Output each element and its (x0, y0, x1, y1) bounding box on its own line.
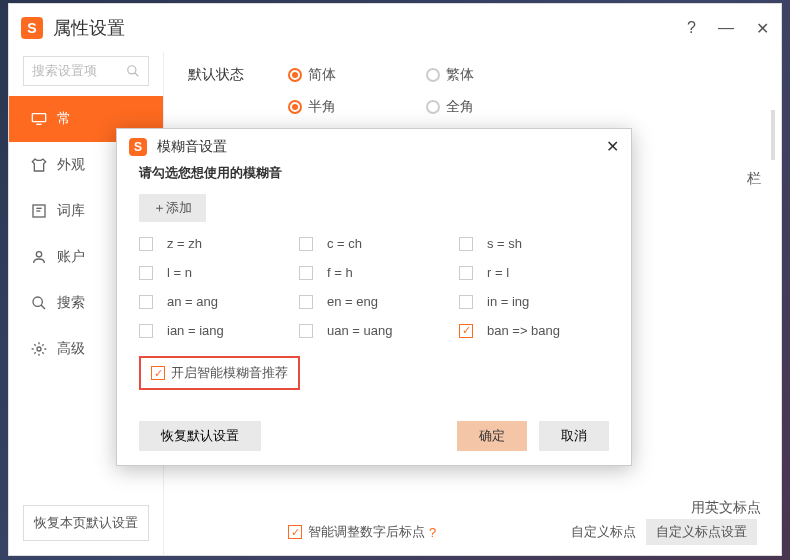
fuzzy-item-label: c = ch (327, 236, 362, 251)
fuzzy-item[interactable]: uan = uang (299, 323, 449, 338)
fuzzy-item[interactable]: ✓ban => bang (459, 323, 609, 338)
app-logo-icon: S (129, 138, 147, 156)
fuzzy-item[interactable]: ian = iang (139, 323, 289, 338)
checkbox-icon: ✓ (459, 324, 473, 338)
fuzzy-item[interactable]: r = l (459, 265, 609, 280)
checkbox-icon (459, 295, 473, 309)
fuzzy-item-label: ban => bang (487, 323, 560, 338)
fuzzy-item[interactable]: s = sh (459, 236, 609, 251)
monitor-icon (31, 111, 47, 127)
smart-recommend-label: 开启智能模糊音推荐 (171, 364, 288, 382)
sidebar-item-label: 高级 (57, 340, 85, 358)
fuzzy-item[interactable]: an = ang (139, 294, 289, 309)
titlebar: S 属性设置 ? — ✕ (9, 4, 781, 52)
checkbox-icon (139, 266, 153, 280)
language-bar-suffix: 栏 (747, 170, 761, 188)
fuzzy-item[interactable]: z = zh (139, 236, 289, 251)
svg-point-7 (36, 252, 41, 257)
help-icon[interactable]: ? (429, 525, 436, 540)
dialog-instruction: 请勾选您想使用的模糊音 (139, 164, 609, 182)
restore-page-defaults-button[interactable]: 恢复本页默认设置 (23, 505, 149, 541)
radio-traditional[interactable]: 繁体 (426, 66, 474, 84)
radio-fullwidth[interactable]: 全角 (426, 98, 474, 116)
svg-point-10 (37, 347, 41, 351)
checkbox-icon (459, 237, 473, 251)
radio-halfwidth[interactable]: 半角 (288, 98, 336, 116)
fuzzy-item-label: z = zh (167, 236, 202, 251)
dialog-title: 模糊音设置 (157, 138, 227, 156)
fuzzy-item[interactable]: in = ing (459, 294, 609, 309)
dictionary-icon (31, 203, 47, 219)
checkbox-icon (139, 295, 153, 309)
window-title: 属性设置 (53, 16, 687, 40)
checkbox-icon (299, 266, 313, 280)
default-state-label: 默认状态 (188, 66, 288, 84)
app-logo-icon: S (21, 17, 43, 39)
sidebar-item-label: 常 (57, 110, 71, 128)
scrollbar[interactable] (771, 110, 775, 160)
fuzzy-item-label: en = eng (327, 294, 378, 309)
search-placeholder: 搜索设置项 (32, 62, 97, 80)
close-button[interactable]: ✕ (756, 19, 769, 38)
checkbox-icon (299, 324, 313, 338)
search-input[interactable]: 搜索设置项 (23, 56, 149, 86)
cancel-button[interactable]: 取消 (539, 421, 609, 451)
checkbox-icon (139, 324, 153, 338)
fuzzy-pinyin-dialog: S 模糊音设置 ✕ 请勾选您想使用的模糊音 ＋添加 z = zhc = chs … (116, 128, 632, 466)
fuzzy-item-label: an = ang (167, 294, 218, 309)
gear-icon (31, 341, 47, 357)
restore-defaults-button[interactable]: 恢复默认设置 (139, 421, 261, 451)
search-icon (31, 295, 47, 311)
fuzzy-item-label: r = l (487, 265, 509, 280)
smart-recommend-checkbox[interactable]: ✓ 开启智能模糊音推荐 (139, 356, 300, 390)
help-button[interactable]: ? (687, 19, 696, 38)
sidebar-item-label: 搜索 (57, 294, 85, 312)
fuzzy-item[interactable]: f = h (299, 265, 449, 280)
fuzzy-item-label: s = sh (487, 236, 522, 251)
svg-rect-2 (32, 114, 45, 122)
fuzzy-item-label: ian = iang (167, 323, 224, 338)
fuzzy-item-label: f = h (327, 265, 353, 280)
dialog-close-button[interactable]: ✕ (606, 137, 619, 156)
sidebar-item-label: 账户 (57, 248, 85, 266)
fuzzy-item[interactable]: c = ch (299, 236, 449, 251)
custom-punct-button[interactable]: 自定义标点设置 (646, 519, 757, 545)
custom-punct-label: 自定义标点 (571, 523, 636, 541)
checkbox-icon (299, 237, 313, 251)
radio-simplified[interactable]: 简体 (288, 66, 336, 84)
checkbox-icon (139, 237, 153, 251)
add-fuzzy-button[interactable]: ＋添加 (139, 194, 206, 222)
user-icon (31, 249, 47, 265)
smart-adjust-label: 智能调整数字后标点 (308, 523, 425, 541)
fuzzy-item[interactable]: en = eng (299, 294, 449, 309)
fuzzy-item-label: in = ing (487, 294, 529, 309)
search-icon (126, 64, 140, 78)
fuzzy-item-label: uan = uang (327, 323, 392, 338)
fuzzy-item[interactable]: l = n (139, 265, 289, 280)
minimize-button[interactable]: — (718, 19, 734, 38)
fuzzy-grid: z = zhc = chs = shl = nf = hr = lan = an… (139, 236, 609, 338)
svg-point-0 (128, 66, 136, 74)
svg-line-9 (41, 305, 45, 309)
sidebar-item-label: 词库 (57, 202, 85, 220)
ok-button[interactable]: 确定 (457, 421, 527, 451)
sidebar-item-label: 外观 (57, 156, 85, 174)
shirt-icon (31, 157, 47, 173)
checkbox-icon (299, 295, 313, 309)
fuzzy-item-label: l = n (167, 265, 192, 280)
english-punct-suffix: 用英文标点 (691, 499, 761, 517)
svg-line-1 (135, 73, 139, 77)
svg-point-8 (33, 297, 42, 306)
checkbox-icon (459, 266, 473, 280)
smart-adjust-checkbox[interactable]: ✓ (288, 525, 302, 539)
